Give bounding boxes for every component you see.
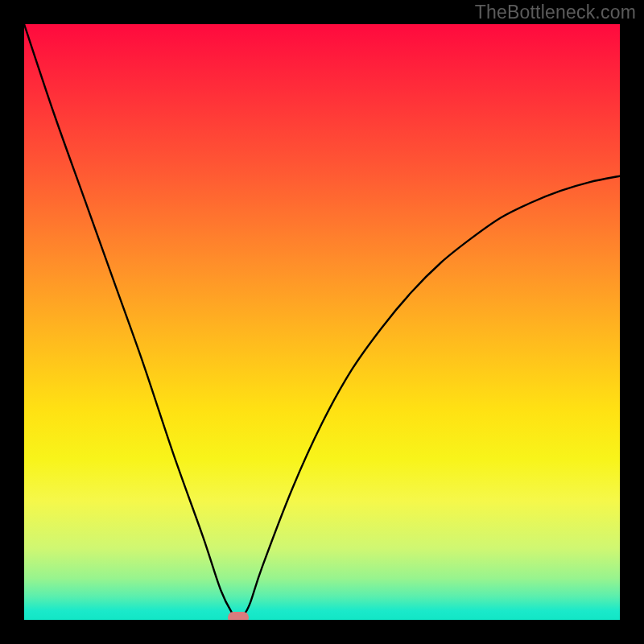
- bottleneck-curve: [24, 24, 620, 620]
- watermark-text: TheBottleneck.com: [475, 2, 636, 23]
- chart-container: TheBottleneck.com: [0, 0, 644, 644]
- minimum-marker: [228, 612, 249, 620]
- plot-area: [24, 24, 620, 620]
